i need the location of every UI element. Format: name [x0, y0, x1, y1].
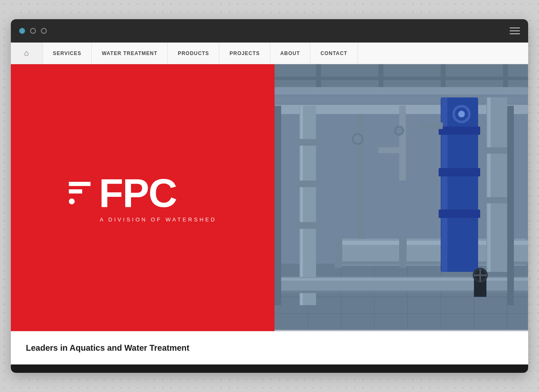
home-icon: ⌂	[24, 49, 29, 58]
navigation: ⌂ SERVICES WATER TREATMENT PRODUCTS PROJ…	[11, 43, 528, 64]
dot-outline-1	[30, 28, 36, 34]
hero-right-panel	[275, 64, 528, 331]
hamburger-menu[interactable]	[510, 28, 520, 34]
nav-water-treatment[interactable]: WATER TREATMENT	[92, 43, 168, 64]
hamburger-line-1	[510, 28, 520, 28]
fpc-subtitle: A DIVISION OF WATERSHED	[100, 216, 217, 223]
footer-bar	[11, 364, 528, 373]
dot-outline-2	[41, 28, 47, 34]
hero-section: FPC A DIVISION OF WATERSHED	[11, 64, 528, 331]
hamburger-line-2	[510, 30, 520, 31]
nav-projects[interactable]: PROJECTS	[219, 43, 270, 64]
fpc-logo-row: FPC	[69, 173, 176, 213]
hero-left-panel: FPC A DIVISION OF WATERSHED	[11, 64, 275, 331]
nav-contact[interactable]: CONTACT	[310, 43, 358, 64]
browser-chrome	[11, 19, 528, 43]
fpc-logo: FPC A DIVISION OF WATERSHED	[69, 173, 217, 223]
nav-products[interactable]: PRODUCTS	[168, 43, 219, 64]
fpc-symbol	[69, 182, 91, 204]
industrial-pipes-image	[275, 64, 528, 330]
browser-dots	[19, 28, 47, 34]
nav-services[interactable]: SERVICES	[43, 43, 92, 64]
fpc-bar-short	[69, 189, 82, 193]
hamburger-line-3	[510, 33, 520, 34]
nav-about[interactable]: ABOUT	[270, 43, 310, 64]
dot-blue	[19, 28, 25, 34]
bottom-title: Leaders in Aquatics and Water Treatment	[26, 343, 513, 353]
fpc-bar-long-1	[69, 182, 91, 186]
svg-rect-62	[275, 64, 528, 330]
nav-home[interactable]: ⌂	[11, 43, 43, 64]
browser-window: ⌂ SERVICES WATER TREATMENT PRODUCTS PROJ…	[11, 19, 528, 373]
fpc-main-text: FPC	[99, 173, 176, 213]
fpc-dot	[69, 199, 75, 204]
bottom-section: Leaders in Aquatics and Water Treatment	[11, 331, 528, 364]
